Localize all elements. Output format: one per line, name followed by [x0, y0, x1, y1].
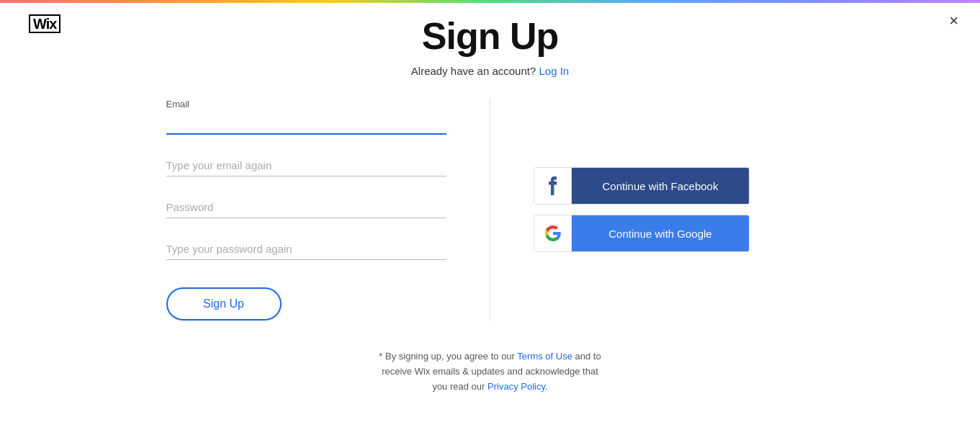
logo: Wix: [29, 14, 60, 33]
right-panel: Continue with Facebook Continue with Goo…: [490, 99, 814, 321]
email-confirm-field-group: [166, 155, 447, 176]
footer-text1: * By signing up, you agree to our: [379, 351, 515, 362]
footer-dot: .: [545, 381, 548, 392]
google-icon: [545, 225, 561, 241]
footer-text2: and to: [575, 351, 601, 362]
facebook-label-bg: Continue with Facebook: [572, 168, 749, 204]
footer-text4: you read our: [432, 381, 485, 392]
facebook-label: Continue with Facebook: [603, 180, 719, 192]
top-rainbow-bar: [0, 0, 980, 3]
google-label-bg: Continue with Google: [572, 215, 749, 251]
terms-link[interactable]: Terms of Use: [517, 351, 572, 362]
email-field-group: Email: [166, 99, 447, 135]
password-confirm-field-group: [166, 238, 447, 260]
google-button[interactable]: Continue with Google: [534, 215, 750, 252]
login-link[interactable]: Log In: [539, 65, 569, 77]
subtitle-static: Already have an account?: [411, 65, 536, 77]
email-label: Email: [166, 99, 447, 109]
facebook-icon: [548, 176, 558, 195]
page-title: Sign Up: [422, 14, 558, 58]
facebook-button[interactable]: Continue with Facebook: [534, 167, 750, 205]
password-input[interactable]: [166, 197, 447, 218]
footer-text: * By signing up, you agree to our Terms …: [379, 349, 601, 394]
close-button[interactable]: ×: [949, 13, 958, 29]
google-label: Continue with Google: [608, 228, 711, 240]
google-icon-wrapper: [534, 215, 572, 252]
privacy-link[interactable]: Privacy Policy: [487, 381, 545, 392]
email-confirm-input[interactable]: [166, 155, 447, 176]
footer-text3: receive Wix emails & updates and acknowl…: [382, 366, 598, 377]
left-panel: Email Sign Up: [166, 99, 491, 321]
facebook-icon-wrapper: [534, 167, 572, 205]
password-confirm-input[interactable]: [166, 238, 447, 260]
close-icon: ×: [949, 12, 958, 30]
subtitle: Already have an account? Log In: [411, 65, 569, 77]
password-field-group: [166, 197, 447, 218]
signup-button[interactable]: Sign Up: [166, 287, 282, 321]
main-content: Email Sign Up: [166, 99, 814, 321]
page-container: Sign Up Already have an account? Log In …: [0, 0, 980, 394]
email-input[interactable]: [166, 112, 447, 135]
logo-text: Wix: [29, 14, 60, 32]
